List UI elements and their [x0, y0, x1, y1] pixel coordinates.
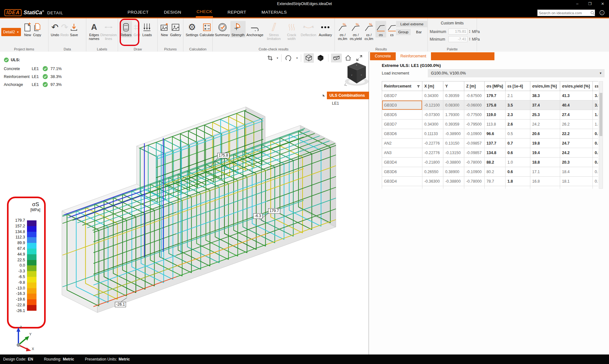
- table-row-GB3D7[interactable]: GB3D70.343000.39359-0.67500179.72.138.34…: [382, 91, 599, 101]
- table-row-GB3D6[interactable]: GB3D60.11133-0.38900-0.1090096.60.520.62…: [382, 129, 599, 139]
- design-code-status: Design Code:EN: [3, 357, 33, 361]
- model-viewport[interactable]: ULS: ConcreteLE177.1%ReinforcementLE138.…: [0, 52, 369, 354]
- new-document-icon: [23, 22, 32, 33]
- table-scrollbar[interactable]: [599, 81, 603, 189]
- minimize-button[interactable]: –: [571, 0, 584, 8]
- new-picture-button[interactable]: New: [159, 21, 169, 37]
- menu-item-materials[interactable]: MATERIALS: [261, 8, 288, 17]
- ribbon-group-labels: A Edges names Dimension lines Labels: [86, 18, 118, 51]
- divider: [301, 54, 301, 62]
- table-row-GB3D6[interactable]: GB3D60.265500.38900-0.1090080.20.617.118…: [382, 167, 599, 177]
- table-row-AN2[interactable]: AN2-0.227760.13150-0.09857137.70.719.824…: [382, 139, 599, 148]
- column-header-Z [m][interactable]: Z [m]: [464, 81, 485, 91]
- edges-names-button[interactable]: A Edges names: [88, 21, 100, 42]
- summary-button[interactable]: Summary: [214, 21, 230, 37]
- chevron-down-icon[interactable]: ▼: [276, 57, 279, 60]
- maximize-button[interactable]: ❐: [584, 0, 596, 8]
- search-input[interactable]: [538, 11, 590, 15]
- label-extreme-button[interactable]: Label extreme: [396, 21, 428, 27]
- rotate-tool[interactable]: [284, 54, 294, 62]
- ribbon-group-codecheck: Summary Strength Anchorage Stress limita…: [213, 18, 335, 51]
- cell: -0.22776: [422, 139, 443, 148]
- column-header-Reinforcement[interactable]: Reinforcement: [382, 81, 422, 91]
- search-box[interactable]: [537, 10, 595, 16]
- anchorage-button[interactable]: Anchorage: [246, 21, 264, 37]
- copy-button[interactable]: Copy: [32, 21, 42, 37]
- filter-icon[interactable]: [417, 85, 420, 88]
- settings-button[interactable]: ⚙ Settings: [185, 21, 199, 37]
- legend-band: [27, 283, 36, 288]
- column-header-σs/σs,yield [%][interactable]: σs/σs,yield [%]: [560, 81, 593, 91]
- cell: -0.13150: [443, 148, 464, 158]
- table-row-GB3D4[interactable]: GB3D4-0.36300-0.38800-0.7800078.71.816.8…: [382, 177, 599, 186]
- section-crop-tool[interactable]: [266, 54, 275, 62]
- scrollbar-thumb[interactable]: [599, 93, 602, 136]
- column-header-εs/εs,lim [%][interactable]: εs/εs,lim [%]: [593, 81, 599, 91]
- strength-button[interactable]: Strength: [230, 21, 246, 37]
- minimum-input[interactable]: -7.41: [448, 36, 467, 42]
- table-row-GB3D5[interactable]: GB3D5-0.073001.79300-0.77500119.02.325.3…: [382, 110, 599, 120]
- column-header-Y[interactable]: Y: [443, 81, 464, 91]
- cell: 0.8: [593, 158, 599, 167]
- column-header-σs/σs,lim [%][interactable]: σs/σs,lim [%]: [530, 81, 560, 91]
- model-stress-label: -6.3: [253, 213, 262, 219]
- table-row-GB3D7[interactable]: GB3D70.343000.39359-0.79500113.82.624.22…: [382, 120, 599, 129]
- menu-item-project[interactable]: PROJECT: [127, 8, 149, 17]
- tab-concrete[interactable]: Concrete: [370, 52, 396, 60]
- table-row-AN3[interactable]: AN3-0.22776-0.13150-0.09857134.80.619.42…: [382, 148, 599, 158]
- cell: -0.78000: [464, 177, 485, 186]
- auxiliary-button[interactable]: Auxiliary: [317, 21, 334, 37]
- info-icon[interactable]: i: [599, 10, 605, 15]
- combination-le1[interactable]: LE1: [327, 99, 369, 106]
- app-window: ExtendedStripOldEdges.ideaDet – ❐ ✕ IDEA…: [0, 0, 609, 364]
- legend-tick-label: 157.2: [9, 224, 25, 228]
- detail-selector-button[interactable]: Detail2▼: [1, 28, 21, 36]
- axis-triad: Z Y X: [10, 325, 35, 354]
- undo-button[interactable]: ↶ Undo: [50, 21, 60, 37]
- menu-item-check[interactable]: CHECK: [196, 8, 213, 17]
- loads-icon: [143, 22, 151, 33]
- bar-toggle-button[interactable]: Bar: [413, 29, 425, 35]
- ss-sslim-button[interactable]: % σs /σs,lim: [336, 21, 349, 42]
- solid-view-button[interactable]: [315, 53, 326, 63]
- cell: 24.2: [530, 120, 560, 129]
- tab-reinforcement[interactable]: Reinforcement: [396, 52, 431, 60]
- cell: AN3: [382, 148, 422, 158]
- column-header-X [m][interactable]: X [m]: [422, 81, 443, 91]
- ratio-curve-icon: %: [365, 22, 374, 33]
- rebars-button[interactable]: Rebars: [120, 21, 132, 37]
- wireframe-view-button[interactable]: [304, 53, 314, 63]
- es-result-button[interactable]: εs: [387, 21, 397, 37]
- table-row-GB3D3[interactable]: GB3D3-0.121000.08300-0.06000175.83.537.4…: [382, 101, 599, 110]
- cell: -0.21800: [422, 158, 443, 167]
- title-bar: ExtendedStripOldEdges.ideaDet – ❐ ✕: [0, 0, 609, 8]
- table-row-GB3D8[interactable]: GB3D80.083000.12300-0.7235075.30.416.017…: [382, 186, 599, 189]
- load-increment-dropdown[interactable]: G100.0%, V100.0% ▼: [428, 69, 605, 77]
- ss-ssyield-button[interactable]: % σs /σs,yield: [349, 21, 362, 42]
- uls-combinations-header[interactable]: ULS Combinations: [327, 92, 369, 99]
- legend-tick-label: 0.0: [9, 263, 25, 268]
- menu-item-report[interactable]: REPORT: [227, 8, 247, 17]
- menu-item-design[interactable]: DESIGN: [163, 8, 182, 17]
- cell: -0.79500: [464, 120, 485, 129]
- maximum-spinner[interactable]: ▲▼: [469, 30, 471, 33]
- save-button[interactable]: Save: [70, 21, 79, 37]
- maximum-input[interactable]: 175.81: [448, 29, 467, 35]
- gallery-button[interactable]: Gallery: [169, 21, 182, 37]
- view-cube[interactable]: yxz: [344, 58, 369, 89]
- loads-button[interactable]: Loads: [142, 21, 152, 37]
- clip-view-button[interactable]: [331, 54, 342, 62]
- ss-result-button[interactable]: σs: [375, 21, 386, 37]
- column-header-εs [1e-4][interactable]: εs [1e-4]: [506, 81, 530, 91]
- table-row-GB3D4[interactable]: GB3D4-0.21800-0.38800-0.7800088.21.018.8…: [382, 158, 599, 167]
- expander-icon[interactable]: [323, 94, 325, 96]
- close-button[interactable]: ✕: [596, 0, 609, 8]
- crack-width-icon: [288, 22, 296, 33]
- column-header-σs [MPa][interactable]: σs [MPa]: [485, 81, 506, 91]
- new-project-button[interactable]: New: [23, 21, 32, 37]
- chevron-down-icon[interactable]: ▼: [296, 57, 298, 60]
- minimum-spinner[interactable]: ▲▼: [469, 37, 471, 41]
- es-eslim-button[interactable]: % εs /εs,lim: [363, 21, 375, 42]
- group-toggle-button[interactable]: Group: [396, 29, 411, 35]
- cell: 113.8: [485, 120, 506, 129]
